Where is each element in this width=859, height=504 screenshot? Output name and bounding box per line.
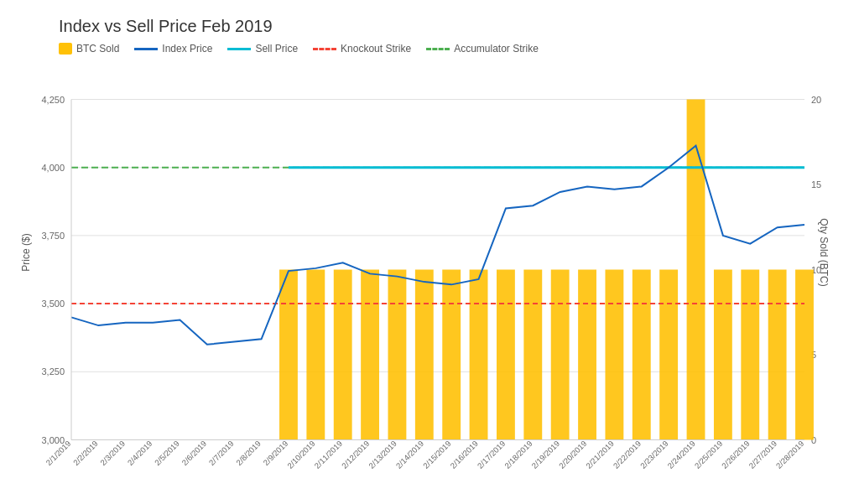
legend-accumulator-icon bbox=[426, 48, 450, 50]
legend-knockout-label: Knockout Strike bbox=[341, 43, 411, 55]
svg-rect-30 bbox=[633, 270, 651, 440]
svg-rect-27 bbox=[551, 270, 570, 440]
svg-text:2/2/2019: 2/2/2019 bbox=[71, 439, 100, 467]
svg-text:4,000: 4,000 bbox=[41, 163, 65, 173]
svg-text:2/24/2019: 2/24/2019 bbox=[665, 439, 697, 470]
svg-rect-29 bbox=[605, 270, 623, 440]
svg-rect-22 bbox=[415, 270, 434, 440]
svg-text:2/18/2019: 2/18/2019 bbox=[502, 439, 534, 470]
y-left-axis-label: Price ($) bbox=[20, 233, 32, 271]
svg-rect-26 bbox=[523, 270, 542, 440]
svg-text:4,250: 4,250 bbox=[41, 95, 65, 105]
svg-text:3,250: 3,250 bbox=[41, 366, 65, 377]
svg-text:2/12/2019: 2/12/2019 bbox=[340, 439, 372, 470]
chart-container: Index vs Sell Price Feb 2019 BTC Sold In… bbox=[0, 0, 859, 504]
svg-text:2/22/2019: 2/22/2019 bbox=[612, 439, 643, 470]
svg-text:2/16/2019: 2/16/2019 bbox=[448, 439, 480, 470]
svg-text:2/14/2019: 2/14/2019 bbox=[394, 439, 426, 470]
svg-rect-19 bbox=[334, 270, 352, 440]
svg-rect-24 bbox=[470, 270, 488, 440]
svg-rect-23 bbox=[442, 270, 461, 440]
legend-btc-sold-icon bbox=[59, 43, 72, 55]
legend-sell-price-icon bbox=[227, 48, 251, 50]
svg-text:2/3/2019: 2/3/2019 bbox=[98, 439, 127, 467]
svg-text:2/21/2019: 2/21/2019 bbox=[584, 439, 616, 470]
legend-knockout: Knockout Strike bbox=[313, 43, 411, 55]
legend-btc-sold-label: BTC Sold bbox=[76, 43, 119, 55]
svg-text:2/15/2019: 2/15/2019 bbox=[421, 439, 453, 470]
svg-text:2/11/2019: 2/11/2019 bbox=[312, 439, 344, 470]
legend-index-price-icon bbox=[134, 48, 158, 50]
svg-text:2/8/2019: 2/8/2019 bbox=[234, 439, 263, 467]
svg-text:20: 20 bbox=[811, 95, 821, 105]
svg-rect-31 bbox=[659, 270, 678, 440]
svg-rect-25 bbox=[497, 270, 515, 440]
svg-rect-21 bbox=[388, 270, 407, 440]
svg-text:2/10/2019: 2/10/2019 bbox=[285, 439, 317, 470]
svg-text:2/20/2019: 2/20/2019 bbox=[557, 439, 589, 470]
svg-text:2/25/2019: 2/25/2019 bbox=[693, 439, 725, 470]
svg-text:2/17/2019: 2/17/2019 bbox=[476, 439, 508, 470]
svg-rect-35 bbox=[768, 270, 787, 440]
svg-rect-17 bbox=[279, 270, 298, 440]
legend-accumulator: Accumulator Strike bbox=[426, 43, 539, 55]
legend-sell-price: Sell Price bbox=[227, 43, 298, 55]
svg-text:2/23/2019: 2/23/2019 bbox=[638, 439, 670, 470]
svg-rect-20 bbox=[361, 270, 379, 440]
svg-rect-28 bbox=[578, 270, 596, 440]
legend-index-price-label: Index Price bbox=[162, 43, 212, 55]
svg-rect-36 bbox=[795, 270, 814, 440]
legend-knockout-icon bbox=[313, 48, 336, 50]
svg-text:3,500: 3,500 bbox=[41, 299, 65, 309]
svg-text:2/5/2019: 2/5/2019 bbox=[153, 439, 181, 467]
svg-text:2/19/2019: 2/19/2019 bbox=[529, 439, 561, 470]
y-right-axis-label: Qty Sold (BTC) bbox=[817, 218, 829, 286]
svg-text:3,750: 3,750 bbox=[41, 231, 65, 241]
main-chart-svg: 3,0003,2503,5003,7504,0004,250051015202/… bbox=[17, 60, 851, 504]
legend-sell-price-label: Sell Price bbox=[255, 43, 298, 55]
svg-text:2/13/2019: 2/13/2019 bbox=[367, 439, 398, 470]
svg-text:2/7/2019: 2/7/2019 bbox=[207, 439, 236, 467]
svg-text:15: 15 bbox=[811, 179, 821, 190]
legend: BTC Sold Index Price Sell Price Knockout… bbox=[59, 43, 851, 55]
svg-text:2/28/2019: 2/28/2019 bbox=[774, 439, 806, 470]
legend-accumulator-label: Accumulator Strike bbox=[454, 43, 539, 55]
svg-rect-34 bbox=[741, 270, 759, 440]
legend-btc-sold: BTC Sold bbox=[59, 43, 119, 55]
svg-text:2/4/2019: 2/4/2019 bbox=[126, 439, 154, 467]
svg-rect-33 bbox=[714, 270, 732, 440]
svg-rect-18 bbox=[306, 270, 325, 440]
svg-text:2/6/2019: 2/6/2019 bbox=[180, 439, 208, 467]
svg-text:2/26/2019: 2/26/2019 bbox=[720, 439, 752, 470]
legend-index-price: Index Price bbox=[134, 43, 212, 55]
chart-title: Index vs Sell Price Feb 2019 bbox=[59, 17, 851, 36]
svg-text:2/27/2019: 2/27/2019 bbox=[747, 439, 778, 470]
